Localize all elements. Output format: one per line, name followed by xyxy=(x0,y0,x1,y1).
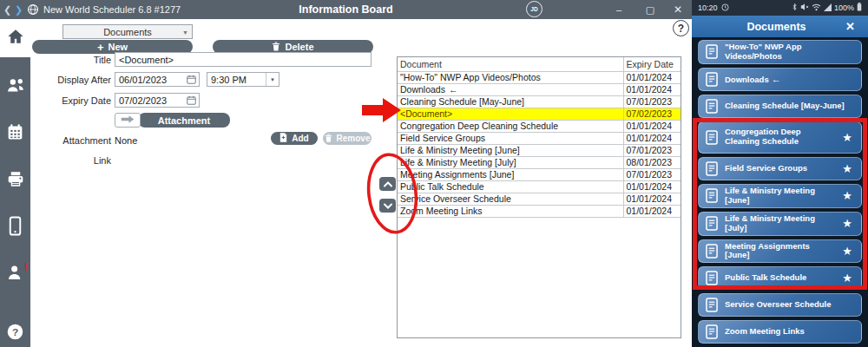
calendar-small-icon[interactable] xyxy=(187,95,196,107)
remove-button[interactable]: Remove xyxy=(323,132,372,145)
mobile-header-title: Documents xyxy=(692,21,845,33)
document-column-header[interactable]: Document xyxy=(398,57,623,71)
screenshot-stage: ❮ ❯ New World Scheduler 6.8 #1277 Inform… xyxy=(0,0,868,347)
attachment-label: Attachment xyxy=(30,135,111,146)
document-table-row[interactable]: Public Talk Schedule 01/01/2024 xyxy=(398,180,681,193)
document-table-row[interactable]: Zoom Meeting Links 01/01/2024 xyxy=(398,205,681,217)
document-cell: Life & Ministry Meeting [July] xyxy=(398,156,623,168)
document-icon xyxy=(706,72,718,87)
document-cell: Cleaning Schedule [May-June] xyxy=(398,95,623,108)
move-down-button[interactable] xyxy=(379,199,396,213)
nav-back-icon[interactable]: ❮ xyxy=(3,0,11,19)
document-table-row[interactable]: Meeting Assignments [June] 07/01/2023 xyxy=(398,168,681,180)
chevron-down-icon: ▼ xyxy=(182,29,188,36)
document-table-row[interactable]: Downloads← 01/01/2024 xyxy=(398,83,681,95)
display-after-date-input[interactable]: 06/01/2023 xyxy=(115,72,200,87)
expiry-cell: 01/01/2024 xyxy=(623,71,681,83)
mobile-document-item[interactable]: Service Overseer Schedule xyxy=(698,293,862,317)
user-badge[interactable]: JD xyxy=(526,1,542,17)
move-up-button[interactable] xyxy=(379,177,396,191)
document-cell: "How-To" NWP App Videos/Photos xyxy=(398,71,623,83)
mobile-item-label: Service Overseer Schedule xyxy=(725,300,854,310)
document-table-row[interactable]: Life & Ministry Meeting [July] 08/01/202… xyxy=(398,156,681,168)
globe-icon xyxy=(27,0,39,19)
printer-icon xyxy=(6,170,25,192)
sidebar-item-calendar[interactable] xyxy=(0,115,30,153)
document-table-row[interactable]: Cleaning Schedule [May-June] 07/01/2023 xyxy=(398,95,681,108)
document-icon xyxy=(706,161,718,176)
remove-button-label: Remove xyxy=(337,134,371,143)
mobile-document-item[interactable]: Field Service Groups ★ xyxy=(698,157,862,180)
mobile-document-item[interactable]: Meeting Assignments [June] ★ xyxy=(698,239,862,264)
display-after-time-combo[interactable]: 9:30 PM ▼ xyxy=(207,72,279,87)
nav-forward-icon[interactable]: ❯ xyxy=(15,0,23,19)
desktop-window: ❮ ❯ New World Scheduler 6.8 #1277 Inform… xyxy=(0,0,692,347)
signal-icon xyxy=(824,3,832,13)
mobile-document-item[interactable]: Cleaning Schedule [May-June] xyxy=(698,95,862,118)
attachment-button[interactable]: Attachment xyxy=(138,113,230,128)
star-icon[interactable]: ★ xyxy=(840,131,854,144)
document-cell: <Document> xyxy=(398,108,623,120)
help-icon[interactable]: ? xyxy=(673,20,689,36)
document-table-row[interactable]: Field Service Groups 01/01/2024 xyxy=(398,132,681,144)
title-label: Title xyxy=(30,55,111,65)
expiry-cell: 08/01/2023 xyxy=(623,156,681,168)
clock-icon xyxy=(721,3,729,13)
arrow-right-icon xyxy=(121,115,135,126)
mobile-item-label: Public Talk Schedule xyxy=(725,273,833,283)
star-icon[interactable]: ★ xyxy=(840,189,854,202)
document-icon xyxy=(706,99,718,114)
mobile-document-item[interactable]: "How-To" NWP App Videos/Photos xyxy=(698,40,862,64)
close-button[interactable]: ✕ xyxy=(668,0,687,19)
sidebar-item-print[interactable] xyxy=(0,161,30,200)
attachment-value: None xyxy=(115,135,137,146)
mobile-document-item[interactable]: Zoom Meeting Links xyxy=(698,320,862,344)
expiry-column-header[interactable]: Expiry Date xyxy=(623,57,681,71)
sidebar-item-congregation[interactable] xyxy=(0,68,30,106)
document-table-row[interactable]: Life & Ministry Meeting [June] 07/01/202… xyxy=(398,144,681,156)
sidebar-item-alerts[interactable]: ! xyxy=(0,255,30,293)
document-table-row[interactable]: Service Overseer Schedule 01/01/2024 xyxy=(398,193,681,205)
document-table-row[interactable]: <Document> 07/02/2023 xyxy=(398,108,681,120)
mobile-document-item[interactable]: Life & Ministry Meeting [July] ★ xyxy=(698,212,862,236)
mobile-document-item[interactable]: Life & Ministry Meeting [June] ★ xyxy=(698,184,862,208)
attachment-go-button[interactable] xyxy=(115,113,141,128)
star-icon[interactable]: ★ xyxy=(840,217,854,230)
document-icon xyxy=(706,216,718,231)
sidebar-item-mobile-app[interactable] xyxy=(0,208,30,246)
title-input[interactable]: <Document> xyxy=(115,52,372,67)
mobile-document-item[interactable]: Downloads ← xyxy=(698,68,862,91)
chevron-down-icon[interactable]: ▼ xyxy=(266,73,279,86)
minimize-button[interactable]: – xyxy=(609,0,628,19)
expiry-cell: 01/01/2024 xyxy=(623,132,681,144)
mobile-document-item[interactable]: Public Talk Schedule ★ xyxy=(698,266,862,290)
close-icon[interactable]: ✕ xyxy=(845,20,868,33)
expiry-cell: 01/01/2024 xyxy=(623,193,681,205)
sidebar-item-home[interactable] xyxy=(0,19,30,57)
document-table-row[interactable]: "How-To" NWP App Videos/Photos 01/01/202… xyxy=(398,71,681,83)
mobile-item-label: Zoom Meeting Links xyxy=(725,327,854,337)
left-arrow-icon: ← xyxy=(769,74,781,84)
maximize-button[interactable]: ▢ xyxy=(641,0,660,19)
document-table-row[interactable]: Congregation Deep Cleaning Schedule 01/0… xyxy=(398,120,681,132)
expiry-date-input[interactable]: 07/02/2023 xyxy=(115,93,200,108)
left-sidebar: ! ? xyxy=(0,19,30,347)
display-after-date-value: 06/01/2023 xyxy=(119,75,167,85)
mobile-item-label: Meeting Assignments [June] xyxy=(725,242,833,261)
mobile-document-item[interactable]: Congregation Deep Cleaning Schedule ★ xyxy=(698,121,862,154)
sidebar-item-help[interactable]: ? xyxy=(0,314,30,347)
document-icon xyxy=(706,271,718,285)
star-icon[interactable]: ★ xyxy=(840,245,854,258)
mobile-document-list: "How-To" NWP App Videos/Photos Downloads… xyxy=(692,40,868,344)
add-button[interactable]: Add xyxy=(271,132,318,145)
star-icon[interactable]: ★ xyxy=(840,272,854,285)
document-cell: Congregation Deep Cleaning Schedule xyxy=(398,120,623,132)
category-dropdown[interactable]: Documents ▼ xyxy=(62,24,193,39)
mobile-phone-icon xyxy=(8,216,23,239)
display-after-time-value: 9:30 PM xyxy=(211,75,247,85)
calendar-small-icon[interactable] xyxy=(187,75,196,86)
home-icon xyxy=(6,27,25,49)
alert-exclamation: ! xyxy=(24,260,28,273)
star-icon[interactable]: ★ xyxy=(840,162,854,175)
mobile-item-label: Life & Ministry Meeting [June] xyxy=(725,187,833,206)
